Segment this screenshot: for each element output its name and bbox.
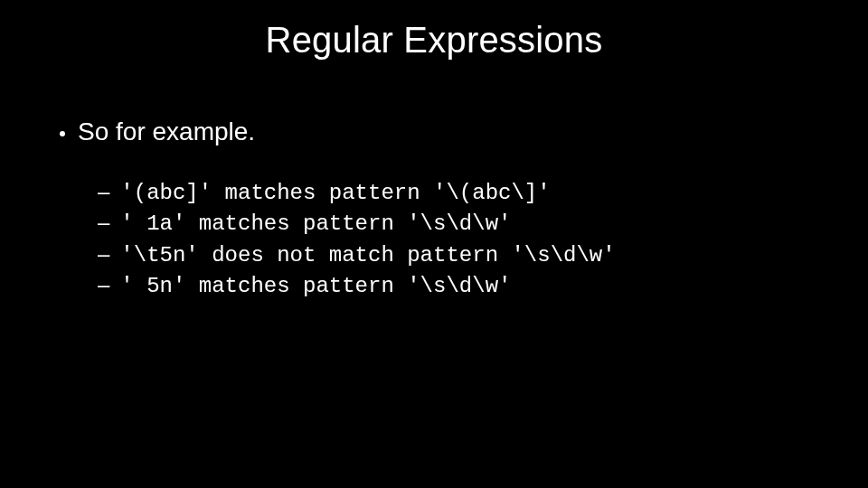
slide-title: Regular Expressions [0, 20, 868, 61]
list-item: – '\t5n' does not match pattern '\s\d\w' [98, 239, 814, 270]
example-code: '\t5n' does not match pattern '\s\d\w' [120, 241, 615, 270]
example-code: ' 1a' matches pattern '\s\d\w' [120, 210, 511, 239]
bullet-item: So for example. [60, 117, 814, 146]
dash-icon: – [98, 239, 109, 268]
example-code: ' 5n' matches pattern '\s\d\w' [120, 272, 511, 301]
list-item: – ' 1a' matches pattern '\s\d\w' [98, 208, 814, 239]
bullet-text: So for example. [78, 117, 255, 146]
list-item: – '(abc]' matches pattern '\(abc\]' [98, 177, 814, 208]
bullet-dot-icon [60, 131, 65, 136]
dash-icon: – [98, 270, 109, 299]
list-item: – ' 5n' matches pattern '\s\d\w' [98, 270, 814, 301]
example-code: '(abc]' matches pattern '\(abc\]' [120, 179, 550, 208]
example-list: – '(abc]' matches pattern '\(abc\]' – ' … [98, 177, 814, 302]
slide: Regular Expressions So for example. – '(… [0, 0, 868, 488]
slide-body: So for example. – '(abc]' matches patter… [60, 117, 814, 302]
dash-icon: – [98, 208, 109, 237]
dash-icon: – [98, 177, 109, 206]
